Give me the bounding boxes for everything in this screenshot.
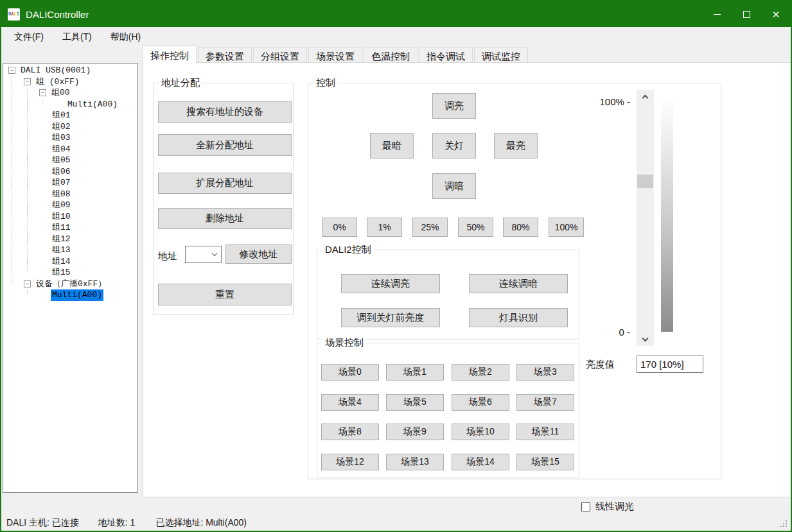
tab-bar: 操作控制 参数设置 分组设置 场景设置 色温控制 指令调试 调试监控 <box>143 46 528 64</box>
brightness-min-label: 0 - <box>567 327 630 338</box>
scene-10-button[interactable]: 场景10 <box>452 424 509 440</box>
chevron-down-icon <box>212 251 217 256</box>
app-window: DALI DALIController ✕ 文件(F) 工具(T) 帮助(H) … <box>0 0 792 532</box>
window-title: DALIController <box>26 9 89 20</box>
scene-4-button[interactable]: 场景4 <box>321 394 379 411</box>
tree-item-group07[interactable]: 组07 <box>3 177 137 189</box>
footer-strip <box>1 497 791 515</box>
minimize-icon <box>714 14 721 15</box>
extend-assign-address-button[interactable]: 扩展分配地址 <box>158 173 292 194</box>
linear-dimming-checkbox[interactable] <box>581 502 590 511</box>
scene-12-button[interactable]: 场景12 <box>321 454 379 470</box>
dim-up-button[interactable]: 调亮 <box>432 93 476 119</box>
scene-8-button[interactable]: 场景8 <box>321 424 379 440</box>
tree-item-multi-a00[interactable]: Multi(A00) <box>3 99 137 110</box>
min-brightness-button[interactable]: 最暗 <box>370 133 414 159</box>
continuous-dim-down-button[interactable]: 连续调暗 <box>469 274 568 293</box>
recall-last-level-button[interactable]: 调到关灯前亮度 <box>341 308 440 327</box>
tree-guide-line <box>42 99 43 104</box>
menu-tools[interactable]: 工具(T) <box>57 29 98 44</box>
collapse-icon[interactable]: − <box>39 89 46 96</box>
close-icon: ✕ <box>772 10 780 19</box>
tree-item-group-root[interactable]: −组 (0xFF) <box>3 76 137 88</box>
tree-item-group13[interactable]: 组13 <box>3 245 137 256</box>
tree-item-group05[interactable]: 组05 <box>3 155 137 166</box>
tree-item-group03[interactable]: 组03 <box>3 132 137 144</box>
modify-address-button[interactable]: 修改地址 <box>225 245 292 264</box>
tree-item-group04[interactable]: 组04 <box>3 144 137 155</box>
collapse-icon[interactable]: − <box>8 67 15 74</box>
tree-item-group01[interactable]: 组01 <box>3 110 137 121</box>
menu-bar: 文件(F) 工具(T) 帮助(H) <box>1 27 791 46</box>
tree-item-group12[interactable]: 组12 <box>3 234 137 245</box>
scene-group-title: 场景控制 <box>322 337 366 349</box>
tree-item-group10[interactable]: 组10 <box>3 211 137 223</box>
percent-50-button[interactable]: 50% <box>458 218 493 237</box>
tree-item-dali-usb[interactable]: −DALI USB(0001) <box>3 65 137 76</box>
reset-button[interactable]: 重置 <box>158 284 292 305</box>
tree-item-group15[interactable]: 组15 <box>3 267 137 279</box>
address-combobox[interactable] <box>185 246 222 263</box>
percent-0-button[interactable]: 0% <box>322 218 357 237</box>
tab-content: 地址分配 搜索有地址的设备 全新分配地址 扩展分配地址 删除地址 地址 修改地址… <box>143 62 792 497</box>
scene-6-button[interactable]: 场景6 <box>452 394 509 411</box>
menu-file[interactable]: 文件(F) <box>8 29 49 44</box>
scene-1-button[interactable]: 场景1 <box>386 364 444 381</box>
tree-item-multi-a00-selected[interactable]: Multi(A00) <box>3 289 137 301</box>
scene-5-button[interactable]: 场景5 <box>386 394 444 411</box>
search-addressed-devices-button[interactable]: 搜索有地址的设备 <box>158 101 292 123</box>
close-button[interactable]: ✕ <box>761 1 791 27</box>
tree-item-group00[interactable]: −组00 <box>3 87 137 99</box>
delete-address-button[interactable]: 删除地址 <box>158 208 292 229</box>
assign-new-address-button[interactable]: 全新分配地址 <box>158 134 292 156</box>
scene-9-button[interactable]: 场景9 <box>386 424 444 440</box>
percent-25-button[interactable]: 25% <box>412 218 448 237</box>
chevron-up-icon <box>642 94 649 101</box>
scene-3-button[interactable]: 场景3 <box>516 364 574 381</box>
tree-item-group14[interactable]: 组14 <box>3 256 137 268</box>
scene-14-button[interactable]: 场景14 <box>452 454 509 470</box>
scroll-down-button[interactable] <box>637 333 654 346</box>
maximize-button[interactable] <box>732 1 761 27</box>
scene-11-button[interactable]: 场景11 <box>516 424 574 440</box>
brightness-gradient-bar <box>661 98 673 332</box>
tree-item-group02[interactable]: 组02 <box>3 121 137 133</box>
scene-2-button[interactable]: 场景2 <box>452 364 509 381</box>
brightness-scrollbar[interactable] <box>637 90 654 346</box>
resize-grip[interactable] <box>780 520 788 528</box>
brightness-value-field[interactable]: 170 [10%] <box>637 356 703 373</box>
light-off-button[interactable]: 关灯 <box>432 133 476 159</box>
collapse-icon[interactable]: − <box>24 280 31 287</box>
address-count: 地址数: 1 <box>98 517 136 529</box>
collapse-icon[interactable]: − <box>24 78 31 85</box>
scene-0-button[interactable]: 场景0 <box>321 364 379 381</box>
scene-7-button[interactable]: 场景7 <box>516 394 574 411</box>
scene-13-button[interactable]: 场景13 <box>386 454 444 470</box>
percent-100-button[interactable]: 100% <box>549 218 584 237</box>
menu-help[interactable]: 帮助(H) <box>105 29 146 44</box>
dim-down-button[interactable]: 调暗 <box>432 173 476 199</box>
minimize-button[interactable] <box>702 1 732 27</box>
percent-1-button[interactable]: 1% <box>367 218 402 237</box>
brightness-max-label: 100% - <box>567 96 630 107</box>
tree-item-group11[interactable]: 组11 <box>3 222 137 234</box>
tree-item-group08[interactable]: 组08 <box>3 189 137 200</box>
tree-item-group09[interactable]: 组09 <box>3 200 137 211</box>
tree-guide-line <box>27 289 28 295</box>
dali-app-icon: DALI <box>8 8 20 21</box>
max-brightness-button[interactable]: 最亮 <box>494 133 538 159</box>
linear-dimming-option[interactable]: 线性调光 <box>581 501 634 513</box>
scroll-up-button[interactable] <box>637 90 654 103</box>
tree-item-device-broadcast[interactable]: −设备（广播0xFF） <box>3 279 137 290</box>
host-status: DALI 主机: 已连接 <box>6 517 79 529</box>
address-group-title: 地址分配 <box>159 77 202 89</box>
tab-operation-control[interactable]: 操作控制 <box>143 46 197 64</box>
percent-80-button[interactable]: 80% <box>503 218 538 237</box>
control-group-title: 控制 <box>313 77 338 89</box>
tree-item-group06[interactable]: 组06 <box>3 166 137 178</box>
luminaire-identify-button[interactable]: 灯具识别 <box>469 308 568 327</box>
scene-15-button[interactable]: 场景15 <box>516 454 574 470</box>
scrollbar-thumb[interactable] <box>637 175 653 188</box>
continuous-dim-up-button[interactable]: 连续调亮 <box>341 274 440 293</box>
chevron-down-icon <box>642 335 649 341</box>
